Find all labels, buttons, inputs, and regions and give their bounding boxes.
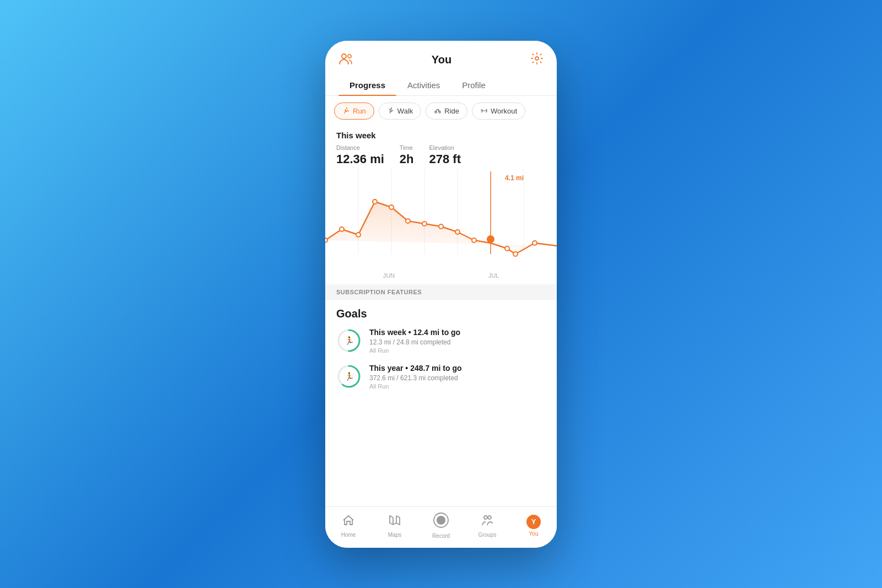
svg-point-0 xyxy=(342,54,346,58)
filter-run-label: Run xyxy=(353,107,366,115)
header: You xyxy=(325,41,557,75)
groups-icon xyxy=(481,514,494,530)
tab-profile[interactable]: Profile xyxy=(451,75,497,95)
svg-point-24 xyxy=(505,246,509,251)
home-icon xyxy=(342,514,355,530)
nav-groups-label: Groups xyxy=(478,532,497,538)
svg-point-19 xyxy=(439,224,443,229)
tab-activities[interactable]: Activities xyxy=(396,75,451,95)
stat-time: Time 2h xyxy=(400,144,414,166)
stat-elevation-key: Elevation xyxy=(429,144,461,151)
goals-title: Goals xyxy=(336,308,546,320)
nav-record[interactable]: Record xyxy=(427,513,455,539)
goal-run-icon-yearly: 🏃 xyxy=(345,372,354,381)
nav-home-label: Home xyxy=(341,532,356,538)
subscription-banner: SUBSCRIPTION FEATURES xyxy=(325,284,557,300)
svg-point-16 xyxy=(389,205,394,209)
goal-type-yearly: All Run xyxy=(369,383,462,390)
goal-main-yearly: This year • 248.7 mi to go xyxy=(369,364,462,373)
record-icon xyxy=(433,513,449,531)
stat-elevation: Elevation 278 ft xyxy=(429,144,461,166)
chart-label-jun: JUN xyxy=(383,272,395,279)
goal-sub-yearly: 372.6 mi / 621.3 mi completed xyxy=(369,374,462,382)
chart-x-labels: JUN JUL xyxy=(325,270,557,279)
bottom-nav: Home Maps Record Groups Y You xyxy=(325,506,557,548)
goal-item-weekly[interactable]: 🏃 This week • 12.4 mi to go 12.3 mi / 24… xyxy=(336,328,546,354)
line-chart xyxy=(325,169,557,268)
stat-distance: Distance 12.36 mi xyxy=(336,144,384,166)
svg-point-26 xyxy=(533,241,537,245)
stat-distance-key: Distance xyxy=(336,144,384,151)
stat-distance-value: 12.36 mi xyxy=(336,152,384,166)
goal-circle-weekly: 🏃 xyxy=(336,328,362,353)
nav-maps[interactable]: Maps xyxy=(381,514,408,538)
goal-sub-weekly: 12.3 mi / 24.8 mi completed xyxy=(369,338,460,346)
svg-point-13 xyxy=(340,227,344,231)
filter-run[interactable]: Run xyxy=(334,103,374,120)
svg-point-20 xyxy=(455,230,460,234)
page-title: You xyxy=(432,53,451,66)
svg-point-32 xyxy=(437,516,445,525)
svg-point-2 xyxy=(535,57,539,60)
goal-info-weekly: This week • 12.4 mi to go 12.3 mi / 24.8… xyxy=(369,328,460,354)
svg-point-14 xyxy=(356,233,361,237)
nav-you-label: You xyxy=(529,531,539,537)
tabs-bar: Progress Activities Profile xyxy=(325,75,557,96)
nav-home[interactable]: Home xyxy=(335,514,362,538)
filter-workout-label: Workout xyxy=(491,107,517,115)
nav-maps-label: Maps xyxy=(388,532,401,538)
filter-walk[interactable]: Walk xyxy=(379,103,421,120)
chart-container[interactable]: 4.1 mi xyxy=(325,169,557,284)
filter-ride[interactable]: Ride xyxy=(426,103,467,120)
stats-section: This week Distance 12.36 mi Time 2h Elev… xyxy=(325,126,557,169)
stats-section-label: This week xyxy=(336,131,546,140)
chart-label-jul: JUL xyxy=(488,272,499,279)
goals-section: Goals 🏃 This week • 12.4 mi to go 12.3 m… xyxy=(325,300,557,506)
svg-point-21 xyxy=(472,238,476,242)
goal-info-yearly: This year • 248.7 mi to go 372.6 mi / 62… xyxy=(369,364,462,390)
filter-workout[interactable]: Workout xyxy=(472,103,525,120)
settings-icon[interactable] xyxy=(530,52,544,68)
goal-circle-yearly: 🏃 xyxy=(336,364,362,389)
tab-progress[interactable]: Progress xyxy=(338,75,396,95)
svg-point-15 xyxy=(373,199,377,204)
goal-item-yearly[interactable]: 🏃 This year • 248.7 mi to go 372.6 mi / … xyxy=(336,364,546,390)
filter-ride-label: Ride xyxy=(444,107,459,115)
goal-main-weekly: This week • 12.4 mi to go xyxy=(369,328,460,337)
svg-point-34 xyxy=(488,516,491,519)
svg-point-33 xyxy=(484,516,487,519)
people-icon[interactable] xyxy=(338,52,353,68)
svg-point-23 xyxy=(487,235,494,243)
svg-point-25 xyxy=(513,252,518,256)
svg-point-1 xyxy=(348,55,351,58)
nav-you[interactable]: Y You xyxy=(520,515,547,537)
stat-time-key: Time xyxy=(400,144,414,151)
stat-elevation-value: 278 ft xyxy=(429,152,461,166)
phone-screen: You Progress Activities Profile Run Walk… xyxy=(325,41,557,548)
svg-point-18 xyxy=(422,222,427,226)
stats-row: Distance 12.36 mi Time 2h Elevation 278 … xyxy=(336,144,546,166)
chart-tooltip: 4.1 mi xyxy=(505,174,524,182)
goal-run-icon-weekly: 🏃 xyxy=(345,336,354,345)
avatar: Y xyxy=(526,515,541,529)
activity-filters: Run Walk Ride Workout xyxy=(325,96,557,126)
stat-time-value: 2h xyxy=(400,152,414,166)
svg-point-12 xyxy=(325,238,327,242)
goal-type-weekly: All Run xyxy=(369,347,460,354)
maps-icon xyxy=(388,514,401,530)
nav-record-label: Record xyxy=(432,533,450,539)
nav-groups[interactable]: Groups xyxy=(474,514,501,538)
filter-walk-label: Walk xyxy=(397,107,413,115)
svg-point-17 xyxy=(406,219,410,223)
